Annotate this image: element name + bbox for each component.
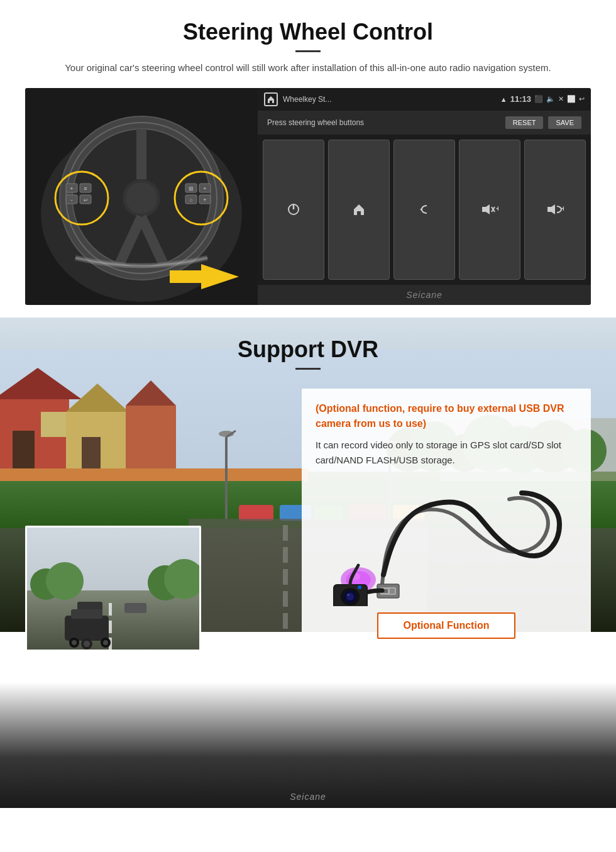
svg-point-108 — [347, 594, 349, 596]
wheelkey-label: Press steering wheel buttons — [267, 118, 364, 127]
svg-marker-33 — [482, 204, 490, 214]
svg-text:+: + — [70, 185, 73, 192]
button-grid: + + — [258, 135, 591, 285]
svg-point-6 — [126, 182, 157, 214]
dvr-thumbnail — [25, 526, 201, 651]
status-icons: ▲ 11:13 ⬛ 🔈 ✕ ⬜ ↩ — [500, 94, 585, 104]
svg-marker-32 — [420, 207, 422, 211]
steering-photo: + ≡ - ↩ ⊞ + ○ + — [25, 88, 258, 305]
svg-text:≡: ≡ — [84, 185, 87, 192]
dvr-divider — [295, 368, 321, 370]
wheelkey-bar: Press steering wheel buttons RESET SAVE — [258, 111, 591, 135]
home-button[interactable] — [328, 140, 390, 280]
camera-status-icon: ⬛ — [534, 95, 543, 103]
dvr-content: Support DVR — [0, 318, 616, 370]
svg-rect-78 — [27, 590, 199, 650]
svg-text:↩: ↩ — [84, 197, 88, 203]
dvr-optional-text: (Optional function, require to buy exter… — [316, 401, 577, 431]
dvr-section: Support DVR — [0, 318, 616, 808]
vol-down-button[interactable]: + — [524, 140, 586, 280]
steering-image-wrap: + ≡ - ↩ ⊞ + ○ + — [25, 88, 591, 305]
dvr-camera-image — [316, 477, 577, 603]
svg-rect-88 — [65, 616, 109, 641]
wheelkey-buttons[interactable]: RESET SAVE — [505, 116, 581, 129]
dvr-desc-text: It can record video only to storage in G… — [316, 438, 577, 468]
svg-text:+: + — [203, 185, 206, 192]
optional-function-button[interactable]: Optional Function — [377, 612, 516, 639]
svg-rect-89 — [71, 609, 102, 619]
svg-rect-83 — [109, 603, 112, 616]
svg-text:⊞: ⊞ — [189, 185, 194, 192]
steering-divider — [295, 50, 321, 52]
dvr-layout: (Optional function, require to buy exter… — [0, 389, 616, 702]
steering-title: Steering Wheel Control — [25, 19, 591, 45]
svg-point-111 — [358, 585, 361, 589]
back-nav-button[interactable] — [393, 140, 455, 280]
svg-rect-87 — [124, 603, 146, 613]
dvr-inner: Support DVR — [0, 318, 616, 808]
wifi-icon: ▲ — [500, 96, 507, 103]
home-icon — [264, 92, 278, 106]
close-icon: ✕ — [558, 95, 564, 103]
svg-text:-: - — [71, 197, 73, 203]
steering-wheel-svg: + ≡ - ↩ ⊞ + ○ + — [25, 88, 258, 305]
svg-point-91 — [72, 640, 77, 645]
svg-rect-99 — [390, 589, 395, 594]
dvr-thumb-svg — [27, 528, 199, 650]
status-time: 11:13 — [510, 94, 531, 104]
svg-text:+: + — [561, 204, 564, 213]
volume-icon: 🔈 — [546, 95, 555, 103]
svg-text:+: + — [496, 204, 498, 213]
status-bar: Wheelkey St... ▲ 11:13 ⬛ 🔈 ✕ ⬜ ↩ — [258, 88, 591, 111]
back-icon: ↩ — [579, 95, 585, 103]
svg-point-93 — [103, 640, 108, 645]
dvr-info-card: (Optional function, require to buy exter… — [302, 389, 591, 651]
vol-up-button[interactable]: + — [459, 140, 520, 280]
save-button[interactable]: SAVE — [548, 116, 581, 129]
window-icon: ⬜ — [567, 95, 576, 103]
svg-rect-29 — [170, 270, 204, 283]
seicane-mark-steering: Seicane — [258, 285, 591, 305]
steering-section: Steering Wheel Control Your original car… — [0, 0, 616, 318]
power-button[interactable] — [263, 140, 324, 280]
svg-point-95 — [84, 641, 90, 647]
svg-rect-84 — [109, 621, 112, 633]
svg-marker-37 — [547, 204, 555, 214]
reset-button[interactable]: RESET — [505, 116, 544, 129]
status-app-name: Wheelkey St... — [283, 95, 495, 104]
svg-text:+: + — [203, 197, 206, 203]
dvr-camera-svg — [321, 474, 572, 606]
svg-text:○: ○ — [189, 197, 192, 203]
seicane-mark-dvr: Seicane — [290, 792, 326, 802]
steering-subtitle: Your original car's steering wheel contr… — [25, 61, 591, 75]
head-unit-ui: Wheelkey St... ▲ 11:13 ⬛ 🔈 ✕ ⬜ ↩ Press s… — [258, 88, 591, 305]
dvr-title: Support DVR — [25, 336, 591, 363]
svg-point-80 — [46, 562, 84, 600]
